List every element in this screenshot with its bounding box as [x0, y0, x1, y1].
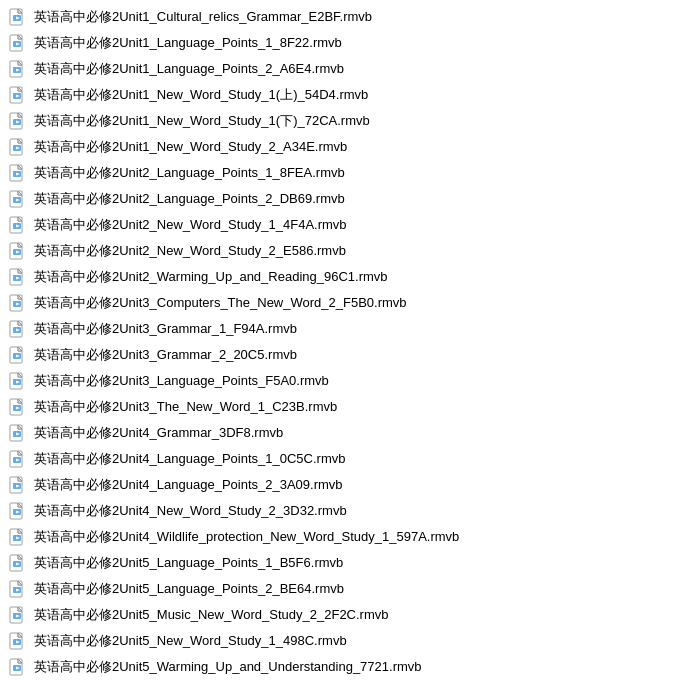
file-name: 英语高中必修2Unit1_New_Word_Study_1(上)_54D4.rm…	[34, 86, 368, 104]
file-name: 英语高中必修2Unit4_Grammar_3DF8.rmvb	[34, 424, 283, 442]
file-icon	[8, 7, 28, 27]
file-icon	[8, 33, 28, 53]
file-icon	[8, 345, 28, 365]
file-icon	[8, 631, 28, 651]
list-item[interactable]: 英语高中必修2Unit2_New_Word_Study_2_E586.rmvb	[0, 238, 700, 264]
file-icon	[8, 449, 28, 469]
file-name: 英语高中必修2Unit4_Wildlife_protection_New_Wor…	[34, 528, 459, 546]
file-icon	[8, 527, 28, 547]
file-name: 英语高中必修2Unit3_Computers_The_New_Word_2_F5…	[34, 294, 407, 312]
list-item[interactable]: 英语高中必修2Unit4_Language_Points_2_3A09.rmvb	[0, 472, 700, 498]
file-name: 英语高中必修2Unit3_Grammar_2_20C5.rmvb	[34, 346, 297, 364]
file-icon	[8, 423, 28, 443]
list-item[interactable]: 英语高中必修2Unit3_Grammar_1_F94A.rmvb	[0, 316, 700, 342]
file-icon	[8, 319, 28, 339]
file-name: 英语高中必修2Unit5_Music_New_Word_Study_2_2F2C…	[34, 606, 389, 624]
list-item[interactable]: 英语高中必修2Unit5_Music_New_Word_Study_2_2F2C…	[0, 602, 700, 628]
file-icon	[8, 189, 28, 209]
file-name: 英语高中必修2Unit1_New_Word_Study_2_A34E.rmvb	[34, 138, 347, 156]
list-item[interactable]: 英语高中必修2Unit5_New_Word_Study_1_498C.rmvb	[0, 628, 700, 654]
file-icon	[8, 579, 28, 599]
list-item[interactable]: 英语高中必修2Unit4_Grammar_3DF8.rmvb	[0, 420, 700, 446]
file-name: 英语高中必修2Unit1_Language_Points_1_8F22.rmvb	[34, 34, 342, 52]
list-item[interactable]: 英语高中必修2Unit5_Language_Points_2_BE64.rmvb	[0, 576, 700, 602]
file-icon	[8, 215, 28, 235]
list-item[interactable]: 英语高中必修2Unit1_Language_Points_2_A6E4.rmvb	[0, 56, 700, 82]
file-name: 英语高中必修2Unit1_Language_Points_2_A6E4.rmvb	[34, 60, 344, 78]
file-name: 英语高中必修2Unit4_Language_Points_1_0C5C.rmvb	[34, 450, 345, 468]
list-item[interactable]: 英语高中必修2Unit1_New_Word_Study_1(上)_54D4.rm…	[0, 82, 700, 108]
file-name: 英语高中必修2Unit5_Language_Points_2_BE64.rmvb	[34, 580, 344, 598]
list-item[interactable]: 英语高中必修2Unit3_The_New_Word_1_C23B.rmvb	[0, 394, 700, 420]
file-name: 英语高中必修2Unit2_Warming_Up_and_Reading_96C1…	[34, 268, 388, 286]
list-item[interactable]: 英语高中必修2Unit1_Language_Points_1_8F22.rmvb	[0, 30, 700, 56]
list-item[interactable]: 英语高中必修2Unit1_New_Word_Study_2_A34E.rmvb	[0, 134, 700, 160]
file-icon	[8, 657, 28, 677]
file-icon	[8, 163, 28, 183]
file-name: 英语高中必修2Unit3_Language_Points_F5A0.rmvb	[34, 372, 329, 390]
list-item[interactable]: 英语高中必修2Unit5_Language_Points_1_B5F6.rmvb	[0, 550, 700, 576]
list-item[interactable]: 英语高中必修2Unit2_New_Word_Study_1_4F4A.rmvb	[0, 212, 700, 238]
file-name: 英语高中必修2Unit3_The_New_Word_1_C23B.rmvb	[34, 398, 337, 416]
list-item[interactable]: 英语高中必修2Unit2_Language_Points_1_8FEA.rmvb	[0, 160, 700, 186]
file-name: 英语高中必修2Unit1_New_Word_Study_1(下)_72CA.rm…	[34, 112, 370, 130]
list-item[interactable]: 英语高中必修2Unit4_Wildlife_protection_New_Wor…	[0, 524, 700, 550]
file-name: 英语高中必修2Unit4_New_Word_Study_2_3D32.rmvb	[34, 502, 347, 520]
file-name: 英语高中必修2Unit5_Warming_Up_and_Understandin…	[34, 658, 422, 676]
file-icon	[8, 267, 28, 287]
list-item[interactable]: 英语高中必修2Unit4_Language_Points_1_0C5C.rmvb	[0, 446, 700, 472]
list-item[interactable]: 英语高中必修2Unit3_Language_Points_F5A0.rmvb	[0, 368, 700, 394]
file-icon	[8, 501, 28, 521]
list-item[interactable]: 英语高中必修2Unit3_Grammar_2_20C5.rmvb	[0, 342, 700, 368]
file-name: 英语高中必修2Unit5_New_Word_Study_1_498C.rmvb	[34, 632, 347, 650]
file-icon	[8, 241, 28, 261]
file-name: 英语高中必修2Unit2_New_Word_Study_1_4F4A.rmvb	[34, 216, 347, 234]
file-name: 英语高中必修2Unit5_Language_Points_1_B5F6.rmvb	[34, 554, 343, 572]
file-list: 英语高中必修2Unit1_Cultural_relics_Grammar_E2B…	[0, 0, 700, 684]
file-name: 英语高中必修2Unit2_New_Word_Study_2_E586.rmvb	[34, 242, 346, 260]
file-icon	[8, 111, 28, 131]
file-icon	[8, 59, 28, 79]
file-icon	[8, 605, 28, 625]
file-icon	[8, 293, 28, 313]
file-name: 英语高中必修2Unit3_Grammar_1_F94A.rmvb	[34, 320, 297, 338]
list-item[interactable]: 英语高中必修2Unit2_Language_Points_2_DB69.rmvb	[0, 186, 700, 212]
list-item[interactable]: 英语高中必修2Unit1_New_Word_Study_1(下)_72CA.rm…	[0, 108, 700, 134]
file-name: 英语高中必修2Unit2_Language_Points_1_8FEA.rmvb	[34, 164, 345, 182]
file-name: 英语高中必修2Unit4_Language_Points_2_3A09.rmvb	[34, 476, 343, 494]
list-item[interactable]: 英语高中必修2Unit5_Warming_Up_and_Understandin…	[0, 654, 700, 680]
file-name: 英语高中必修2Unit2_Language_Points_2_DB69.rmvb	[34, 190, 345, 208]
list-item[interactable]: 英语高中必修2Unit1_Cultural_relics_Grammar_E2B…	[0, 4, 700, 30]
list-item[interactable]: 英语高中必修2Unit2_Warming_Up_and_Reading_96C1…	[0, 264, 700, 290]
list-item[interactable]: 英语高中必修2Unit4_New_Word_Study_2_3D32.rmvb	[0, 498, 700, 524]
file-icon	[8, 137, 28, 157]
file-name: 英语高中必修2Unit1_Cultural_relics_Grammar_E2B…	[34, 8, 372, 26]
file-icon	[8, 475, 28, 495]
file-icon	[8, 85, 28, 105]
file-icon	[8, 553, 28, 573]
file-icon	[8, 371, 28, 391]
list-item[interactable]: 英语高中必修2Unit3_Computers_The_New_Word_2_F5…	[0, 290, 700, 316]
file-icon	[8, 397, 28, 417]
